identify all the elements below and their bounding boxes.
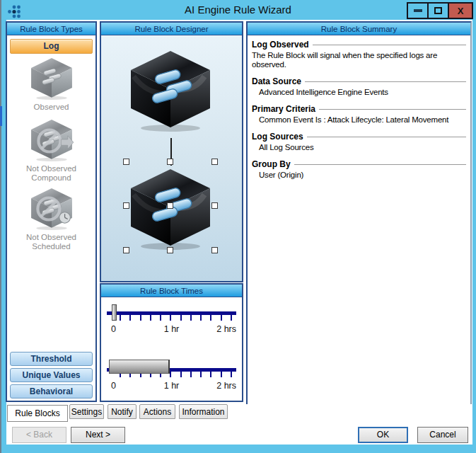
titlebar: AI Engine Rule Wizard X: [0, 0, 476, 20]
selected-rule-block-cube[interactable]: [126, 166, 215, 251]
source-rule-block-cube[interactable]: [126, 48, 215, 133]
summary-section-body: Advanced Intelligence Engine Events: [252, 88, 466, 97]
time-slider-2: 0 1 hr 2 hrs: [105, 362, 238, 396]
window-frame-bottom: [0, 445, 476, 453]
behavioral-category-button[interactable]: Behavioral: [10, 384, 93, 398]
summary-section-body: Common Event Is : Attack Lifecycle: Late…: [252, 115, 466, 125]
times-body: 0 1 hr 2 hrs 0 1 hr 2 hrs: [101, 297, 242, 401]
tab-rule-blocks[interactable]: Rule Blocks: [7, 405, 68, 422]
selection-handle-top-left[interactable]: [123, 159, 129, 165]
rule-block-summary-panel: Rule Block Summary Log Observed The Rule…: [246, 21, 472, 404]
window-title: AI Engine Rule Wizard: [0, 0, 476, 20]
ok-button[interactable]: OK: [358, 427, 408, 443]
slider1-ticks: [120, 315, 232, 321]
rule-block-summary-header: Rule Block Summary: [248, 23, 470, 35]
summary-section-log-sources: Log Sources All Log Sources: [252, 131, 466, 152]
slider2-label-2hrs: 2 hrs: [216, 381, 236, 391]
type-label-not-observed-scheduled: Not Observed Scheduled: [13, 233, 91, 251]
tab-actions[interactable]: Actions: [139, 404, 175, 419]
log-type-button[interactable]: Log: [10, 39, 93, 54]
type-label-observed: Observed: [13, 103, 91, 112]
summary-section-title: Log Sources: [252, 131, 466, 142]
summary-section-group-by: Group By User (Origin): [252, 159, 466, 180]
rule-block-times-panel: Rule Block Times 0 1 hr 2 hrs: [100, 283, 243, 402]
slider1-labels: 0 1 hr 2 hrs: [105, 324, 238, 336]
back-button[interactable]: < Back: [12, 427, 66, 443]
threshold-category-button[interactable]: Threshold: [10, 352, 93, 366]
summary-section-title: Group By: [252, 159, 466, 169]
minimize-icon: [414, 9, 422, 12]
window-frame-right: [472, 20, 476, 445]
selection-handle-bottom-right[interactable]: [211, 247, 218, 253]
selection-handle-mid-center[interactable]: [167, 202, 173, 209]
not-observed-scheduled-cube-icon[interactable]: [28, 187, 75, 231]
designer-canvas[interactable]: [101, 35, 242, 281]
slider2-labels: 0 1 hr 2 hrs: [105, 381, 238, 392]
rule-block-designer-header: Rule Block Designer: [101, 23, 242, 35]
rule-block-times-header: Rule Block Times: [101, 285, 242, 297]
tab-settings[interactable]: Settings: [69, 404, 104, 419]
minimize-button[interactable]: [407, 2, 429, 19]
summary-body: Log Observed The Rule Block will signal …: [248, 35, 470, 190]
summary-section-body: User (Origin): [252, 171, 466, 180]
slider2-range-bar[interactable]: [109, 360, 170, 374]
maximize-icon: [434, 7, 442, 14]
selection-handle-mid-left[interactable]: [123, 202, 129, 209]
background-window-edge: [0, 0, 1, 453]
summary-section-primary-criteria: Primary Criteria Common Event Is : Attac…: [252, 103, 466, 125]
selection-handle-top-right[interactable]: [211, 159, 218, 165]
tab-notify[interactable]: Notify: [108, 404, 137, 419]
selection-handle-mid-right[interactable]: [211, 202, 218, 209]
summary-section-title: Primary Criteria: [252, 103, 466, 114]
next-button[interactable]: Next >: [71, 427, 125, 443]
summary-section-data-source: Data Source Advanced Intelligence Engine…: [252, 76, 466, 97]
slider2-label-0: 0: [111, 381, 116, 391]
type-label-not-observed-compound: Not Observed Compound: [13, 164, 91, 183]
summary-section-title: Data Source: [252, 76, 466, 86]
time-slider-1: 0 1 hr 2 hrs: [105, 306, 238, 340]
close-button[interactable]: X: [448, 2, 473, 19]
summary-section-title: Log Observed: [252, 39, 466, 50]
rule-block-designer-panel: Rule Block Designer: [100, 21, 243, 282]
slider1-label-0: 0: [111, 324, 116, 334]
slider1-thumb[interactable]: [112, 304, 117, 321]
summary-section-body: All Log Sources: [252, 143, 466, 152]
not-observed-compound-cube-icon[interactable]: [28, 118, 75, 162]
maximize-button[interactable]: [427, 2, 449, 19]
slider1-label-2hrs: 2 hrs: [216, 324, 236, 334]
summary-section-log-observed: Log Observed The Rule Block will signal …: [252, 39, 466, 69]
selection-handle-bottom-center[interactable]: [167, 247, 173, 253]
tab-information[interactable]: Information: [179, 404, 228, 419]
selection-handle-bottom-left[interactable]: [123, 247, 129, 253]
rule-block-types-panel: Rule Block Types Log Observed Not Observ…: [6, 21, 97, 402]
window-controls: X: [408, 2, 473, 19]
background-window-edge-accent: [0, 106, 2, 126]
slider1-label-1hr: 1 hr: [164, 324, 180, 334]
unique-values-category-button[interactable]: Unique Values: [10, 368, 93, 382]
slider2-label-1hr: 1 hr: [164, 381, 180, 391]
rule-block-types-header: Rule Block Types: [7, 23, 95, 35]
summary-section-body: The Rule Block will signal when the spec…: [252, 51, 466, 69]
cancel-button[interactable]: Cancel: [417, 427, 468, 443]
observed-cube-icon[interactable]: [28, 57, 75, 101]
rule-block-types-body: Log Observed Not Observed Compound Not: [7, 35, 95, 401]
ai-engine-rule-wizard-window: AI Engine Rule Wizard X Rule Block Types…: [0, 0, 476, 453]
selection-handle-top-center[interactable]: [167, 159, 173, 165]
